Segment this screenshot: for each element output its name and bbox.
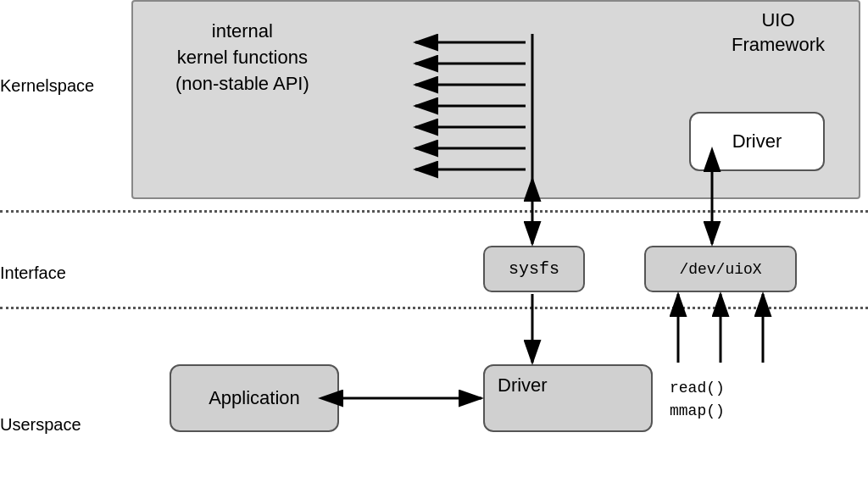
devuiox-box: /dev/uioX xyxy=(644,246,797,292)
read-mmap-text: read() mmap() xyxy=(670,377,725,423)
driver-kernel-label: Driver xyxy=(732,130,782,152)
devuiox-label: /dev/uioX xyxy=(679,261,761,278)
sysfs-box: sysfs xyxy=(483,246,585,292)
driver-box-kernel: Driver xyxy=(689,112,825,171)
mmap-label: mmap() xyxy=(670,402,725,419)
driver-user-label: Driver xyxy=(498,374,548,396)
kernelspace-label: Kernelspace xyxy=(0,76,94,96)
dotted-line-2 xyxy=(0,307,868,309)
uio-framework-text: UIO Framework xyxy=(732,8,825,57)
userspace-label: Userspace xyxy=(0,415,81,435)
read-label: read() xyxy=(670,380,725,396)
internal-line1: internal xyxy=(212,20,273,42)
sysfs-label: sysfs xyxy=(509,259,559,279)
driver-box-user: Driver xyxy=(483,364,653,432)
application-box: Application xyxy=(170,364,339,432)
kernelspace-box: internal kernel functions (non-stable AP… xyxy=(131,0,860,199)
dotted-line-1 xyxy=(0,210,868,213)
internal-line2: kernel functions xyxy=(177,47,308,68)
uio-line2: Framework xyxy=(732,34,825,55)
internal-kernel-text: internal kernel functions (non-stable AP… xyxy=(175,19,309,97)
application-label: Application xyxy=(209,387,300,409)
internal-line3: (non-stable API) xyxy=(175,73,309,94)
diagram-container: internal kernel functions (non-stable AP… xyxy=(0,0,868,488)
interface-label: Interface xyxy=(0,263,66,283)
uio-line1: UIO xyxy=(761,9,794,30)
